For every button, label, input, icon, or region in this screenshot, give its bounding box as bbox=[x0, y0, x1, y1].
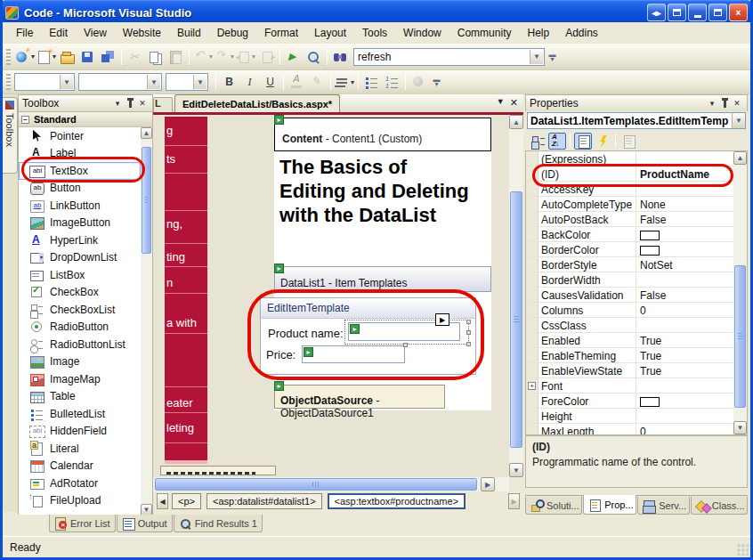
alphabetical-button[interactable] bbox=[548, 133, 566, 150]
categorized-button[interactable] bbox=[529, 133, 547, 150]
navigate-back-button[interactable]: ▾ bbox=[235, 47, 256, 67]
property-row[interactable]: + CausesValidation False bbox=[526, 288, 733, 303]
toolbox-item[interactable]: LinkButton bbox=[19, 197, 141, 215]
highlight-button[interactable] bbox=[307, 72, 328, 92]
property-row[interactable]: + MaxLength 0 bbox=[526, 424, 733, 435]
resize-handle[interactable] bbox=[466, 320, 471, 324]
scrollbar-thumb[interactable] bbox=[155, 478, 477, 491]
property-row[interactable]: + ForeColor bbox=[526, 394, 733, 409]
property-value[interactable] bbox=[636, 227, 733, 241]
property-value[interactable]: 0 bbox=[636, 424, 733, 435]
save-button[interactable] bbox=[77, 47, 98, 67]
tag-breadcrumb-button[interactable]: <asp:datalist#datalist1> bbox=[206, 493, 322, 509]
panel-tab[interactable]: Class... bbox=[691, 497, 748, 515]
window-nav-button[interactable]: ◂▸ bbox=[647, 4, 666, 21]
property-row[interactable]: + AutoPostBack False bbox=[526, 212, 733, 227]
property-pages-button[interactable] bbox=[619, 133, 637, 150]
clipped-control[interactable] bbox=[160, 466, 276, 475]
property-value[interactable] bbox=[636, 272, 733, 287]
property-row[interactable]: + Font bbox=[526, 378, 733, 394]
resize-handle[interactable] bbox=[403, 343, 408, 347]
chevron-down-icon[interactable]: ▼ bbox=[530, 50, 543, 64]
menu-item[interactable]: Website bbox=[115, 24, 169, 42]
panel-tab[interactable]: Error List bbox=[49, 515, 116, 532]
scroll-up-icon[interactable]: ▲ bbox=[733, 151, 747, 165]
property-row[interactable]: + AccessKey bbox=[526, 182, 733, 197]
property-value[interactable] bbox=[636, 378, 733, 393]
property-row[interactable]: + EnableTheming True bbox=[526, 348, 733, 363]
property-value[interactable]: True bbox=[636, 348, 733, 362]
scroll-down-icon[interactable]: ▼ bbox=[509, 463, 523, 477]
toolbox-item[interactable]: RadioButton bbox=[19, 319, 141, 337]
toolbox-item[interactable]: CheckBox bbox=[19, 284, 141, 302]
property-row[interactable]: + Height bbox=[526, 409, 733, 424]
panel-tab[interactable]: Find Results 1 bbox=[174, 515, 263, 532]
toolbox-item[interactable]: ImageMap bbox=[19, 370, 141, 388]
find-button[interactable] bbox=[304, 47, 324, 67]
search-combo[interactable]: refresh ▼ bbox=[353, 48, 545, 66]
property-value[interactable]: NotSet bbox=[636, 257, 733, 272]
scrollbar-thumb[interactable] bbox=[142, 147, 151, 254]
align-button[interactable]: ▾ bbox=[334, 72, 355, 92]
resize-handle[interactable] bbox=[466, 342, 471, 346]
bold-button[interactable]: B bbox=[219, 72, 239, 92]
font-size-combo[interactable]: ▼ bbox=[166, 73, 208, 91]
collapse-icon[interactable]: − bbox=[21, 116, 29, 124]
asp-control-glyph-icon[interactable]: ▸ bbox=[274, 381, 284, 391]
tag-breadcrumb-button[interactable]: <asp:textbox#productname> bbox=[328, 493, 466, 509]
find-in-files-button[interactable] bbox=[330, 47, 351, 67]
property-value[interactable]: True bbox=[636, 333, 733, 347]
content-placeholder-header[interactable]: Content - Content1 (Custom) bbox=[274, 118, 491, 151]
toolbox-item[interactable]: AdRotator bbox=[19, 475, 141, 492]
toolbox-item[interactable]: Label bbox=[19, 145, 141, 163]
chevron-down-icon[interactable]: ▼ bbox=[732, 113, 745, 128]
numbered-list-button[interactable] bbox=[382, 72, 402, 92]
close-document-icon[interactable]: ✕ bbox=[510, 97, 518, 109]
scroll-up-icon[interactable]: ▲ bbox=[509, 115, 523, 129]
property-value[interactable] bbox=[636, 409, 733, 423]
menu-item[interactable]: File bbox=[8, 24, 41, 42]
design-surface[interactable]: gtsng,tingna witheaterleting ▸ Content -… bbox=[153, 115, 509, 477]
property-row[interactable]: + BackColor bbox=[526, 227, 733, 242]
property-row[interactable]: + BorderWidth bbox=[526, 272, 733, 288]
objectdatasource-control[interactable]: ObjectDataSource - ObjectDataSource1 bbox=[274, 385, 445, 409]
toolbox-item[interactable]: ImageButton bbox=[19, 215, 141, 232]
menu-item[interactable]: Layout bbox=[306, 24, 354, 42]
navigate-forward-button[interactable] bbox=[256, 47, 277, 67]
price-textbox[interactable]: ▸ bbox=[302, 345, 405, 363]
undo-button[interactable]: ▾ bbox=[192, 47, 214, 67]
scrollbar-thumb[interactable] bbox=[734, 265, 746, 408]
design-horizontal-scrollbar[interactable]: ▶ bbox=[153, 477, 509, 491]
close-icon[interactable]: ✕ bbox=[136, 97, 149, 110]
paste-button[interactable] bbox=[166, 47, 186, 67]
menu-item[interactable]: Edit bbox=[41, 24, 76, 42]
maximize-button[interactable] bbox=[708, 4, 727, 21]
design-vertical-scrollbar[interactable]: ▲ ▼ bbox=[509, 115, 523, 477]
property-value[interactable]: False bbox=[636, 288, 733, 302]
toolbox-title-bar[interactable]: Toolbox ▾ ✕ bbox=[18, 94, 153, 111]
close-button[interactable]: × bbox=[729, 4, 748, 21]
italic-button[interactable]: I bbox=[239, 72, 260, 92]
copy-button[interactable] bbox=[145, 47, 166, 67]
toolbox-item[interactable]: RadioButtonList bbox=[19, 336, 141, 353]
tag-scroll-left-icon[interactable]: ◀ bbox=[157, 493, 168, 509]
font-name-combo[interactable]: ▼ bbox=[78, 73, 162, 91]
property-row[interactable]: + Enabled True bbox=[526, 333, 733, 348]
property-value[interactable]: 0 bbox=[636, 303, 733, 317]
window-menu-icon[interactable]: ▾ bbox=[706, 97, 718, 110]
property-value[interactable]: True bbox=[636, 363, 733, 377]
toolbox-item[interactable]: Image bbox=[19, 353, 141, 371]
property-row[interactable]: + (Expressions) bbox=[526, 151, 733, 166]
property-value[interactable] bbox=[636, 151, 733, 166]
property-value[interactable]: ProductName bbox=[636, 166, 733, 181]
target-rule-combo[interactable]: ▼ bbox=[14, 73, 75, 91]
toolbar-overflow-button[interactable]: ▬▾ bbox=[547, 48, 558, 66]
new-website-button[interactable]: ▾ bbox=[14, 47, 36, 67]
start-debug-button[interactable] bbox=[283, 47, 304, 67]
panel-tab[interactable]: Serv... bbox=[637, 497, 690, 515]
resize-handle[interactable] bbox=[466, 330, 471, 335]
redo-button[interactable]: ▾ bbox=[214, 47, 235, 67]
edit-item-template-region[interactable]: EditItemTemplate Product name: ▸ ▶ Price… bbox=[260, 297, 476, 375]
resize-grip[interactable] bbox=[737, 544, 749, 556]
property-value[interactable]: False bbox=[636, 212, 733, 226]
